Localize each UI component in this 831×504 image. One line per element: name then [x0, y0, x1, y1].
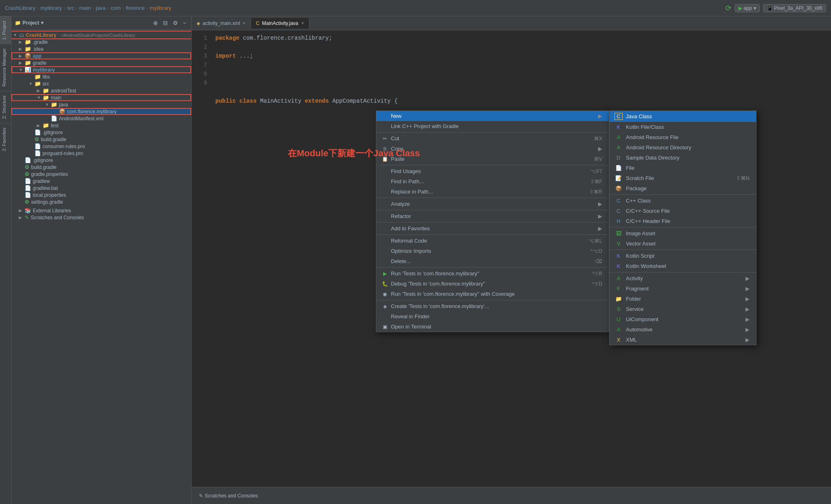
tree-test[interactable]: ▶ 📁 test	[11, 122, 191, 129]
tree-gitignore-root[interactable]: 📄 .gitignore	[11, 157, 191, 164]
tree-consumer-rules[interactable]: 📄 consumer-rules.pro	[11, 143, 191, 150]
tree-manifest[interactable]: 📄 AndroidManifest.xml	[11, 115, 191, 122]
submenu-item-vector-asset[interactable]: V Vector Asset	[610, 239, 756, 249]
submenu-item-package[interactable]: 📦 Package	[610, 183, 756, 194]
tree-gradle-hidden[interactable]: ▶ 📁 .gradle	[11, 38, 191, 45]
menu-item-paste[interactable]: 📋 Paste ⌘V	[376, 154, 609, 164]
expand-icon: ▶	[19, 208, 24, 213]
menu-item-link-cpp[interactable]: Link C++ Project with Gradle	[376, 121, 609, 131]
tree-androidtest[interactable]: ▶ 📁 androidTest	[11, 87, 191, 94]
resource-manager-tab[interactable]: Resource Manager	[0, 44, 11, 91]
menu-item-terminal[interactable]: ▣ Open in Terminal	[376, 322, 609, 332]
submenu-item-java-class[interactable]: C Java Class	[610, 111, 756, 122]
tree-gradlew[interactable]: 📄 gradlew	[11, 178, 191, 184]
submenu-item-sample-data[interactable]: D Sample Data Directory	[610, 153, 756, 163]
tree-scratches[interactable]: ▶ ✎ Scratches and Consoles	[11, 214, 191, 221]
sub-sep-4	[610, 272, 756, 272]
submenu-item-file[interactable]: 📄 File	[610, 163, 756, 173]
submenu-item-xml[interactable]: X XML ▶	[610, 335, 756, 345]
menu-item-analyze[interactable]: Analyze ▶	[376, 199, 609, 209]
menu-sep-5	[376, 222, 609, 223]
submenu-item-fragment[interactable]: F Fragment ▶	[610, 284, 756, 294]
menu-item-run-coverage[interactable]: ◉ Run 'Tests in 'com.florence.mylibrary'…	[376, 289, 609, 299]
close-tab-icon[interactable]: ✕	[301, 21, 304, 25]
tree-settings-gradle[interactable]: ⚙ settings.gradle	[11, 198, 191, 205]
menu-item-create-tests[interactable]: ◈ Create 'Tests in 'com.florence.mylibra…	[376, 301, 609, 311]
submenu-item-automotive[interactable]: A Automotive ▶	[610, 324, 756, 335]
panel-header: 📁 Project ▾ ⊕ ⊟ ⚙ −	[11, 16, 191, 30]
close-tab-icon[interactable]: ✕	[242, 21, 246, 25]
submenu-item-folder[interactable]: 📁 Folder ▶	[610, 294, 756, 304]
locate-button[interactable]: ⊕	[151, 19, 160, 27]
tree-libs[interactable]: 📁 libs	[11, 73, 191, 80]
menu-item-debug-tests[interactable]: 🐛 Debug 'Tests in 'com.florence.mylibrar…	[376, 279, 609, 289]
submenu-item-scratch[interactable]: 📝 Scratch File ⇧⌘N	[610, 173, 756, 183]
tree-mylibrary[interactable]: ▼ 📊 mylibrary	[11, 66, 191, 73]
submenu-item-service[interactable]: S Service ▶	[610, 304, 756, 314]
tree-app[interactable]: ▶ 📦 app	[11, 52, 191, 59]
menu-item-new[interactable]: New ▶	[376, 111, 609, 121]
menu-item-replace-path[interactable]: Replace in Path... ⇧⌘R	[376, 187, 609, 197]
device-selector[interactable]: 📱 Pixel_3a_API_30_x86	[763, 4, 826, 12]
tab-mainactivity[interactable]: C MainActivity.java ✕	[251, 18, 309, 29]
submenu-item-uicomponent[interactable]: U UiComponent ▶	[610, 314, 756, 324]
project-tab[interactable]: 1: Project	[0, 16, 11, 44]
tree-gitignore-ml[interactable]: 📄 .gitignore	[11, 129, 191, 136]
submenu-item-image-asset[interactable]: 🖼 Image Asset	[610, 228, 756, 239]
expand-arrow-icon: ▼	[29, 81, 34, 86]
menu-item-optimize[interactable]: Optimize Imports ^⌥O	[376, 246, 609, 256]
tree-local-properties[interactable]: 📄 local.properties	[11, 191, 191, 198]
tree-gradle[interactable]: ▶ 📁 gradle	[11, 59, 191, 66]
tree-java[interactable]: ▼ 📁 java	[11, 101, 191, 108]
file-icon: 📄	[34, 150, 41, 156]
tree-buildgradle-ml[interactable]: ⚙ build.gradle	[11, 136, 191, 143]
favorites-tab[interactable]: 2: Favorites	[0, 123, 11, 155]
tree-root[interactable]: ▼ 🗂 CrashLibrary ~/AndroidStudioProjects…	[11, 32, 191, 38]
menu-item-find-usages[interactable]: Find Usages ⌥F7	[376, 166, 609, 176]
submenu-item-android-resource-dir[interactable]: A Android Resource Directory	[610, 142, 756, 153]
menu-item-refactor[interactable]: Refactor ▶	[376, 211, 609, 221]
menu-item-copy[interactable]: ⎘ Copy ▶	[376, 144, 609, 154]
tree-idea[interactable]: ▶ 📁 .idea	[11, 45, 191, 52]
new-submenu[interactable]: C Java Class K Kotlin File/Class A Andro…	[609, 110, 756, 345]
settings-button[interactable]: ⚙	[171, 19, 180, 27]
menu-item-find-path[interactable]: Find in Path... ⇧⌘F	[376, 176, 609, 187]
submenu-item-kotlin-script[interactable]: K Kotlin Script	[610, 251, 756, 261]
menu-item-run-tests[interactable]: ▶ Run 'Tests in 'com.florence.mylibrary'…	[376, 268, 609, 279]
code-line-6	[215, 79, 831, 88]
package-sub-icon: 📦	[614, 185, 623, 191]
menu-item-reveal[interactable]: Reveal in Finder	[376, 311, 609, 322]
menu-item-delete[interactable]: Delete... ⌫	[376, 256, 609, 266]
folder-arrow-icon: ▶	[745, 296, 750, 302]
submenu-item-cpp-class[interactable]: C C++ Class	[610, 196, 756, 206]
scratches-tab[interactable]: ✎ Scratches and Consoles	[195, 491, 262, 500]
menu-item-reformat[interactable]: Reformat Code ⌥⌘L	[376, 236, 609, 246]
expand-arrow-icon: ▼	[19, 68, 24, 72]
image-asset-icon: 🖼	[614, 230, 623, 236]
tree-external-libs[interactable]: ▶ 📚 External Libraries	[11, 207, 191, 214]
code-line-8: public class MainActivity extends AppCom…	[215, 97, 831, 106]
submenu-item-android-resource-file[interactable]: A Android Resource File	[610, 132, 756, 142]
structure-tab[interactable]: Z: Structure	[0, 91, 11, 123]
tree-proguard[interactable]: 📄 proguard-rules.pro	[11, 150, 191, 157]
java-tab-icon: C	[256, 20, 260, 26]
submenu-item-cpp-header[interactable]: H C/C++ Header File	[610, 216, 756, 226]
run-config[interactable]: ▶ app ▾	[735, 4, 760, 12]
tree-gradlew-bat[interactable]: 📄 gradlew.bat	[11, 184, 191, 191]
submenu-item-kotlin[interactable]: K Kotlin File/Class	[610, 122, 756, 132]
collapse-button[interactable]: ⊟	[161, 19, 169, 27]
tree-package[interactable]: 📦 com.florence.mylibrary	[11, 108, 191, 115]
menu-item-cut[interactable]: ✂ Cut ⌘X	[376, 133, 609, 144]
close-panel-button[interactable]: −	[181, 19, 188, 27]
tree-main[interactable]: ▼ 📁 main	[11, 94, 191, 101]
tree-gradle-properties[interactable]: ⚙ gradle.properties	[11, 171, 191, 178]
submenu-item-activity[interactable]: A Activity ▶	[610, 273, 756, 284]
tree-src[interactable]: ▼ 📁 src	[11, 80, 191, 87]
submenu-item-kotlin-worksheet[interactable]: K Kotlin Worksheet	[610, 261, 756, 271]
context-menu[interactable]: New ▶ Link C++ Project with Gradle ✂ Cut…	[376, 110, 609, 332]
file-icon: 📄	[34, 143, 41, 149]
submenu-item-cpp-source[interactable]: C C/C++ Source File	[610, 206, 756, 216]
menu-item-favorites[interactable]: Add to Favorites ▶	[376, 223, 609, 234]
tree-buildgradle-root[interactable]: ⚙ build.gradle	[11, 164, 191, 171]
tab-activity-main[interactable]: ◈ activity_main.xml ✕	[192, 18, 251, 29]
